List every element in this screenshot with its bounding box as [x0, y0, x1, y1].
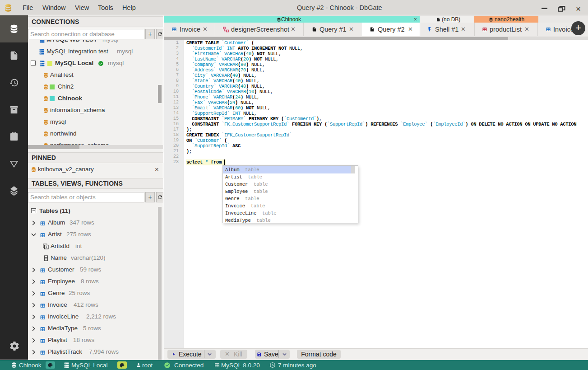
svg-text:1: 1 — [46, 245, 47, 249]
